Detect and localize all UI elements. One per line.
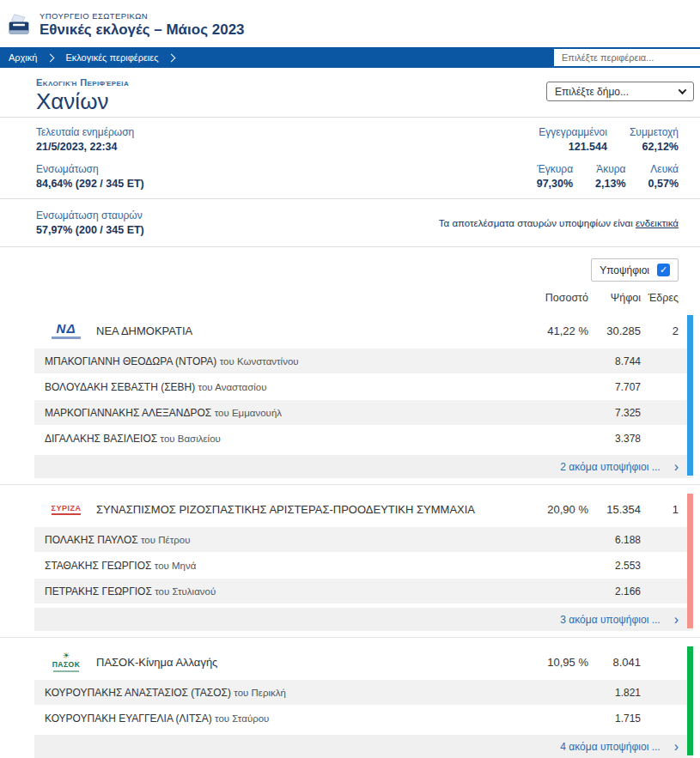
candidate-votes: 1.821 xyxy=(588,687,641,699)
party-row[interactable]: ΝΔ ΝΕΑ ΔΗΜΟΚΡΑΤΙΑ 41,22 % 30.285 2 xyxy=(34,312,693,349)
party-votes: 8.041 xyxy=(588,656,641,669)
results-column-headers: Ποσοστό Ψήφοι Έδρες xyxy=(34,292,693,304)
party-name: ΝΕΑ ΔΗΜΟΚΡΑΤΙΑ xyxy=(96,324,192,337)
party-row[interactable]: ☀ ΠΑΣΟΚ ΠΑΣΟΚ-Κίνημα Αλλαγής 10,95 % 8.0… xyxy=(34,644,693,680)
results-panel: Υποψήφιοι ✓ Ποσοστό Ψήφοι Έδρες ΝΔ ΝΕΑ Δ… xyxy=(0,258,700,758)
party-row[interactable]: ΣΥΡΙΖΑ ΣΥΝΑΣΠΙΣΜΟΣ ΡΙΖΟΣΠΑΣΤΙΚΗΣ ΑΡΙΣΤΕΡ… xyxy=(34,491,693,527)
more-candidates-link[interactable]: 3 ακόμα υποψήφιοι ... xyxy=(560,614,660,626)
chevron-right-separator-icon xyxy=(46,53,55,62)
more-candidates-link[interactable]: 2 ακόμα υποψήφιοι ... xyxy=(560,461,660,473)
candidate-row: ΚΟΥΡΟΥΠΑΚΗΣ ΑΝΑΣΤΑΣΙΟΣ (ΤΑΣΟΣ) του Περικ… xyxy=(34,680,693,705)
candidate-row: ΠΟΛΑΚΗΣ ΠΑΥΛΟΣ του Πέτρου 6.188 xyxy=(34,527,693,552)
column-votes: Ψήφοι xyxy=(588,292,641,304)
election-results-page: ΥΠΟΥΡΓΕΙΟ ΕΣΩΤΕΡΙΚΩΝ Εθνικές εκλογές – Μ… xyxy=(0,0,700,758)
cross-integration-stat: Ενσωμάτωση σταυρών 57,97% (200 / 345 ΕΤ) xyxy=(36,209,144,236)
candidate-votes: 8.744 xyxy=(588,355,641,367)
ministry-label: ΥΠΟΥΡΓΕΙΟ ΕΣΩΤΕΡΙΚΩΝ xyxy=(40,11,245,21)
page-title: Εθνικές εκλογές – Μάιος 2023 xyxy=(40,21,245,39)
stats-panel: Τελευταία ενημέρωση 21/5/2023, 22:34 Εγγ… xyxy=(0,117,700,199)
region-header: Εκλογική Περιφέρεια Χανίων Επιλέξτε δήμο… xyxy=(0,68,700,117)
party-name: ΠΑΣΟΚ-Κίνημα Αλλαγής xyxy=(96,656,217,669)
indicative-link[interactable]: ενδεικτικά xyxy=(636,218,679,228)
candidate-votes: 2.553 xyxy=(588,560,641,572)
breadcrumb-home[interactable]: Αρχική xyxy=(0,52,40,63)
ballot-box-logo-icon xyxy=(7,13,31,37)
municipality-select-value: Επιλέξτε δήμο... xyxy=(555,86,629,98)
candidates-toggle-label: Υποψήφιοι xyxy=(600,264,649,276)
participation-stat: Συμμετοχή 62,12% xyxy=(630,126,679,153)
candidate-votes: 7.707 xyxy=(588,381,641,393)
region-label: Εκλογική Περιφέρεια xyxy=(36,77,129,88)
region-search-input[interactable] xyxy=(554,49,700,66)
party-seats: 1 xyxy=(641,503,679,516)
syriza-logo-icon: ΣΥΡΙΖΑ xyxy=(46,504,86,515)
candidate-votes: 6.188 xyxy=(588,534,641,546)
candidate-row: ΣΤΑΘΑΚΗΣ ΓΕΩΡΓΙΟΣ του Μηνά 2.553 xyxy=(34,553,693,578)
blank-stat: Λευκά 0,57% xyxy=(648,163,679,190)
candidate-votes: 7.325 xyxy=(588,407,641,419)
integration-stat: Ενσωμάτωση 84,64% (292 / 345 ΕΤ) xyxy=(36,163,144,190)
valid-stat: Έγκυρα 97,30% xyxy=(537,163,573,190)
party-seats: 2 xyxy=(641,324,679,337)
party-percent: 20,90 % xyxy=(507,503,588,516)
candidate-votes: 2.166 xyxy=(588,585,641,597)
section-divider xyxy=(0,637,700,638)
candidate-row: ΚΟΥΡΟΥΠΑΚΗ ΕΥΑΓΓΕΛΙΑ (ΛΙΤΣΑ) του Σταύρου… xyxy=(34,706,693,731)
party-color-bar xyxy=(687,315,693,476)
chevron-right-separator-icon xyxy=(167,53,176,62)
more-candidates-row: 4 ακόμα υποψήφιοι ... › xyxy=(34,735,693,758)
indicative-note: Τα αποτελέσματα σταυρών υποψηφίων είναι … xyxy=(439,218,679,228)
candidates-toggle[interactable]: Υποψήφιοι ✓ xyxy=(591,258,679,282)
party-percent: 41,22 % xyxy=(507,324,588,337)
pasok-logo-icon: ☀ ΠΑΣΟΚ xyxy=(46,652,86,672)
chevron-right-icon[interactable]: › xyxy=(674,740,679,754)
chevron-right-icon[interactable]: › xyxy=(674,613,679,627)
party-votes: 30.285 xyxy=(588,324,641,337)
invalid-stat: Άκυρα 2,13% xyxy=(595,163,625,190)
breadcrumb: Αρχική Εκλογικές περιφέρειες xyxy=(0,47,700,68)
candidate-row: ΒΟΛΟΥΔΑΚΗ ΣΕΒΑΣΤΗ (ΣΕΒΗ) του Αναστασίου … xyxy=(34,374,693,399)
party-color-bar xyxy=(687,646,693,755)
party-percent: 10,95 % xyxy=(507,656,588,669)
party-section-pasok: ☀ ΠΑΣΟΚ ΠΑΣΟΚ-Κίνημα Αλλαγής 10,95 % 8.0… xyxy=(34,644,693,758)
breadcrumb-regions[interactable]: Εκλογικές περιφέρειες xyxy=(58,52,161,63)
party-section-nd: ΝΔ ΝΕΑ ΔΗΜΟΚΡΑΤΙΑ 41,22 % 30.285 2 ΜΠΑΚΟ… xyxy=(34,312,693,478)
candidate-votes: 3.378 xyxy=(588,433,641,445)
column-seats: Έδρες xyxy=(641,292,679,304)
party-section-syriza: ΣΥΡΙΖΑ ΣΥΝΑΣΠΙΣΜΟΣ ΡΙΖΟΣΠΑΣΤΙΚΗΣ ΑΡΙΣΤΕΡ… xyxy=(34,491,693,631)
registered-stat: Εγγεγραμμένοι 121.544 xyxy=(539,126,607,153)
party-votes: 15.354 xyxy=(588,503,641,516)
candidate-row: ΠΕΤΡΑΚΗΣ ΓΕΩΡΓΙΟΣ του Στυλιανού 2.166 xyxy=(34,579,693,603)
chevron-right-icon[interactable]: › xyxy=(674,460,679,474)
section-divider xyxy=(0,484,700,485)
region-name: Χανίων xyxy=(36,88,129,115)
candidate-row: ΜΠΑΚΟΓΙΑΝΝΗ ΘΕΟΔΩΡΑ (ΝΤΟΡΑ) του Κωνσταντ… xyxy=(34,349,693,373)
more-candidates-link[interactable]: 4 ακόμα υποψήφιοι ... xyxy=(560,741,660,753)
nd-logo-icon: ΝΔ xyxy=(46,322,86,339)
last-update-stat: Τελευταία ενημέρωση 21/5/2023, 22:34 xyxy=(36,126,134,153)
chevron-down-icon xyxy=(679,86,687,94)
candidate-votes: 1.715 xyxy=(588,713,641,725)
party-color-bar xyxy=(687,494,693,628)
cross-integration-panel: Ενσωμάτωση σταυρών 57,97% (200 / 345 ΕΤ)… xyxy=(0,199,700,247)
candidate-row: ΜΑΡΚΟΓΙΑΝΝΑΚΗΣ ΑΛΕΞΑΝΔΡΟΣ του Εμμανουήλ … xyxy=(34,400,693,425)
column-percent: Ποσοστό xyxy=(507,292,588,304)
site-header: ΥΠΟΥΡΓΕΙΟ ΕΣΩΤΕΡΙΚΩΝ Εθνικές εκλογές – Μ… xyxy=(0,0,700,47)
more-candidates-row: 3 ακόμα υποψήφιοι ... › xyxy=(34,608,693,631)
candidate-row: ΔΙΓΑΛΑΚΗΣ ΒΑΣΙΛΕΙΟΣ του Βασιλείου 3.378 xyxy=(34,426,693,451)
more-candidates-row: 2 ακόμα υποψήφιοι ... › xyxy=(34,455,693,478)
checkbox-checked-icon[interactable]: ✓ xyxy=(657,264,670,276)
municipality-select[interactable]: Επιλέξτε δήμο... xyxy=(546,82,694,101)
party-name: ΣΥΝΑΣΠΙΣΜΟΣ ΡΙΖΟΣΠΑΣΤΙΚΗΣ ΑΡΙΣΤΕΡΑΣ-ΠΡΟΟ… xyxy=(96,503,475,516)
